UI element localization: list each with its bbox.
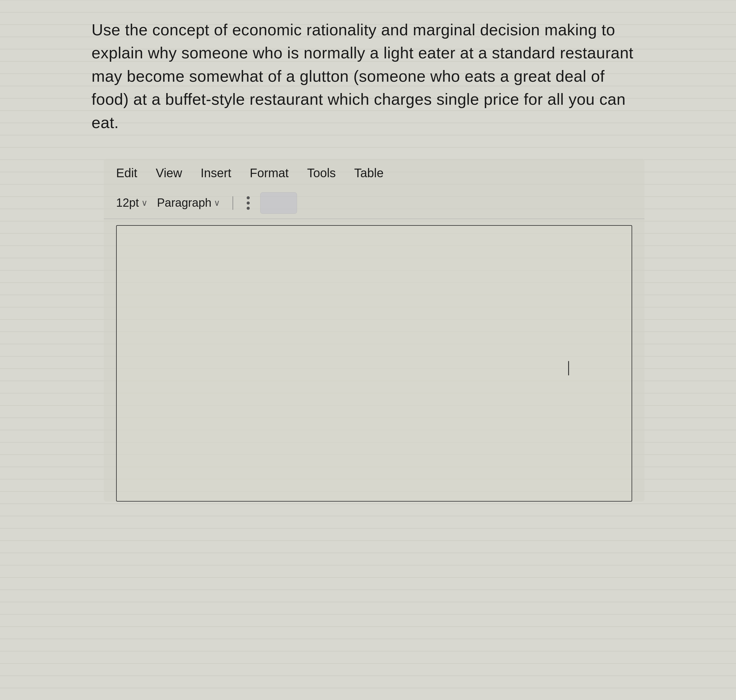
menu-insert[interactable]: Insert xyxy=(200,166,231,180)
dot-2 xyxy=(247,201,250,204)
menu-tools[interactable]: Tools xyxy=(307,166,336,180)
paragraph-style-selector[interactable]: Paragraph ∨ xyxy=(157,196,220,209)
toolbar-image-area xyxy=(260,192,297,214)
editor-wrapper: Edit View Insert Format Tools Table 12pt… xyxy=(104,159,645,501)
dot-1 xyxy=(247,196,250,199)
menu-bar: Edit View Insert Format Tools Table xyxy=(104,159,645,187)
menu-view[interactable]: View xyxy=(156,166,182,180)
question-text: Use the concept of economic rationality … xyxy=(91,18,645,134)
page-container: Use the concept of economic rationality … xyxy=(91,18,645,514)
font-size-selector[interactable]: 12pt ∨ xyxy=(116,196,148,209)
menu-edit[interactable]: Edit xyxy=(116,166,137,180)
paragraph-style-chevron: ∨ xyxy=(214,198,220,208)
font-size-value: 12pt xyxy=(116,196,139,209)
toolbar-divider xyxy=(233,196,233,210)
more-options-button[interactable] xyxy=(246,195,251,211)
toolbar: 12pt ∨ Paragraph ∨ xyxy=(104,187,645,219)
text-cursor: | xyxy=(567,358,570,376)
font-size-chevron: ∨ xyxy=(141,198,148,208)
paragraph-style-value: Paragraph xyxy=(157,196,211,209)
menu-format[interactable]: Format xyxy=(250,166,289,180)
dot-3 xyxy=(247,207,250,210)
menu-table[interactable]: Table xyxy=(354,166,384,180)
editor-text-area[interactable]: | xyxy=(116,225,632,501)
